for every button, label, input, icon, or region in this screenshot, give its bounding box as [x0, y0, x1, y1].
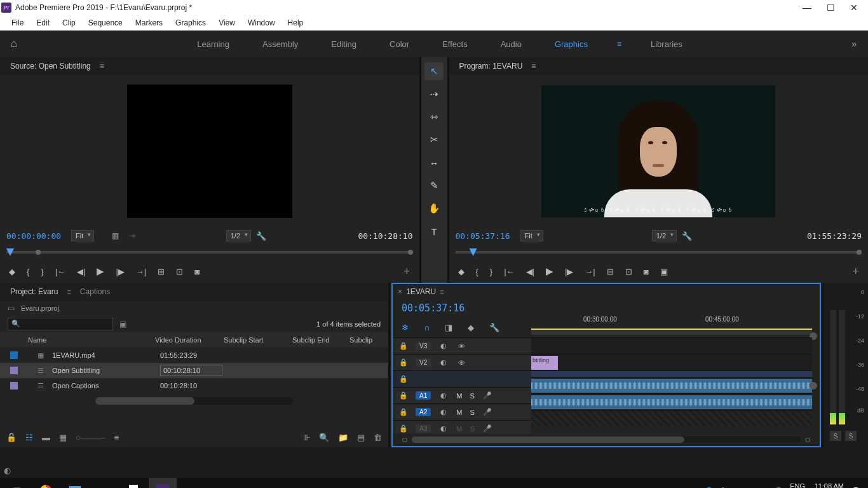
- source-scrub-handle[interactable]: [36, 250, 41, 255]
- program-resolution-dropdown[interactable]: 1/2: [652, 230, 677, 241]
- notepad-icon[interactable]: [119, 478, 147, 488]
- language-indicator[interactable]: ENGINTL: [790, 482, 805, 488]
- export-frame-icon[interactable]: ◙: [644, 267, 649, 276]
- overwrite-icon[interactable]: ⊡: [176, 267, 183, 276]
- source-fit-dropdown[interactable]: Fit: [71, 230, 94, 241]
- write-lock-icon[interactable]: 🔓: [6, 433, 17, 442]
- track-v1[interactable]: 🔒V1: [393, 370, 531, 387]
- linked-selection-icon[interactable]: ∩: [424, 323, 430, 332]
- timeline-timecode[interactable]: 00:05:37:16: [402, 302, 465, 314]
- add-button-icon[interactable]: +: [403, 265, 410, 278]
- export-frame-icon[interactable]: ◙: [194, 267, 200, 276]
- icon-view-icon[interactable]: ▬: [42, 433, 50, 442]
- ws-audio[interactable]: Audio: [497, 37, 526, 51]
- go-in-icon[interactable]: |←: [504, 267, 514, 276]
- selection-tool-icon[interactable]: ↖: [424, 62, 444, 80]
- lane-v3[interactable]: [531, 337, 812, 354]
- bin-icon[interactable]: ▭: [8, 304, 15, 313]
- filter-bin-icon[interactable]: ▣: [119, 320, 126, 329]
- new-bin-icon[interactable]: 📁: [338, 433, 348, 442]
- compare-icon[interactable]: ▣: [660, 267, 668, 276]
- source-playhead-icon[interactable]: [6, 248, 14, 256]
- lock-icon[interactable]: 🔒: [399, 408, 408, 416]
- col-duration[interactable]: Video Duration: [155, 336, 224, 344]
- project-breadcrumb[interactable]: Evaru.prproj: [21, 304, 59, 312]
- lock-icon[interactable]: 🔒: [399, 391, 408, 400]
- lock-icon[interactable]: 🔒: [399, 424, 408, 433]
- ws-graphics-menu-icon[interactable]: ≡: [617, 39, 621, 48]
- mic-icon[interactable]: 🎤: [482, 408, 492, 416]
- tab-captions[interactable]: Captions: [74, 285, 116, 299]
- in-point-icon[interactable]: {: [476, 267, 478, 276]
- play-icon[interactable]: ▶: [546, 266, 553, 277]
- source-insert-icon[interactable]: ⇥: [129, 231, 135, 240]
- add-button-icon[interactable]: +: [852, 265, 859, 278]
- project-scrollbar[interactable]: [95, 397, 293, 405]
- menu-graphics[interactable]: Graphics: [169, 18, 212, 27]
- solo-right[interactable]: S: [845, 431, 857, 441]
- track-label[interactable]: A1: [416, 391, 431, 400]
- menu-edit[interactable]: Edit: [30, 18, 56, 27]
- hand-tool-icon[interactable]: ✋: [424, 200, 444, 217]
- lock-icon[interactable]: 🔒: [399, 358, 408, 367]
- project-search-input[interactable]: [8, 318, 113, 330]
- freeform-view-icon[interactable]: ▦: [59, 433, 67, 442]
- close-button[interactable]: ✕: [850, 3, 858, 13]
- source-timecode[interactable]: 00:00:00:00: [6, 231, 61, 241]
- lift-icon[interactable]: ⊟: [607, 267, 614, 276]
- menu-markers[interactable]: Markers: [129, 18, 169, 27]
- track-label[interactable]: V2: [416, 358, 431, 367]
- step-back-icon[interactable]: ◀|: [77, 267, 85, 276]
- terminal-icon[interactable]: >_: [90, 478, 118, 488]
- ws-effects[interactable]: Effects: [438, 37, 471, 51]
- col-subclip-start[interactable]: Subclip Start: [224, 336, 292, 344]
- tab-project[interactable]: Project: Evaru: [4, 285, 64, 299]
- type-tool-icon[interactable]: T: [424, 222, 444, 240]
- track-a3[interactable]: 🔒A3◐MS🎤: [393, 420, 531, 433]
- track-label[interactable]: V3: [416, 342, 431, 350]
- program-scrubber[interactable]: [449, 245, 869, 260]
- mute-icon[interactable]: ◐: [438, 408, 449, 416]
- source-monitor[interactable]: [0, 75, 419, 227]
- program-panel-title[interactable]: Program: 1EVARU: [456, 59, 527, 73]
- menu-sequence[interactable]: Sequence: [82, 18, 129, 27]
- source-scrubber[interactable]: [0, 245, 419, 260]
- maximize-button[interactable]: ☐: [827, 3, 835, 13]
- label-swatch[interactable]: [10, 382, 18, 390]
- new-item-icon[interactable]: ▤: [357, 433, 365, 442]
- zoom-slider[interactable]: ○———: [76, 433, 105, 442]
- label-swatch[interactable]: [10, 367, 18, 374]
- mic-icon[interactable]: 🎤: [482, 391, 492, 400]
- menu-view[interactable]: View: [212, 18, 241, 27]
- track-select-tool-icon[interactable]: ⇢: [424, 85, 444, 103]
- tl-marker-icon[interactable]: ◆: [468, 323, 474, 332]
- sequence-tab[interactable]: 1EVARU: [406, 287, 436, 296]
- source-panel-menu-icon[interactable]: ≡: [100, 62, 104, 71]
- list-view-icon[interactable]: ☷: [25, 433, 33, 442]
- razor-tool-icon[interactable]: ✂: [424, 131, 444, 149]
- lane-v1[interactable]: [531, 370, 812, 377]
- lane-v2[interactable]: btitling: [531, 354, 812, 370]
- solo-left[interactable]: S: [830, 431, 841, 441]
- ripple-tool-icon[interactable]: ⇿: [424, 108, 444, 126]
- menu-help[interactable]: Help: [281, 18, 310, 27]
- marker-add-icon[interactable]: ◨: [445, 323, 452, 332]
- lock-icon[interactable]: 🔒: [399, 342, 408, 350]
- program-panel-menu-icon[interactable]: ≡: [531, 62, 536, 71]
- snap-icon[interactable]: ❄: [402, 323, 409, 332]
- find-icon[interactable]: 🔍: [319, 433, 329, 442]
- source-settings-icon[interactable]: 🔧: [256, 231, 266, 241]
- go-out-icon[interactable]: →|: [585, 267, 595, 276]
- source-resolution-dropdown[interactable]: 1/2: [226, 230, 251, 241]
- track-v2[interactable]: 🔒V2◐👁: [393, 354, 531, 370]
- ws-graphics[interactable]: Graphics: [551, 37, 592, 51]
- pen-tool-icon[interactable]: ✎: [424, 177, 444, 194]
- label-swatch[interactable]: [10, 351, 18, 359]
- timeline-zoom[interactable]: ○○: [393, 433, 820, 446]
- play-icon[interactable]: ▶: [97, 266, 104, 277]
- ws-assembly[interactable]: Assembly: [259, 37, 302, 51]
- lane-a1[interactable]: [531, 377, 812, 393]
- out-point-icon[interactable]: }: [41, 267, 43, 276]
- lane-a3[interactable]: [531, 410, 812, 426]
- program-settings-icon[interactable]: 🔧: [682, 231, 692, 241]
